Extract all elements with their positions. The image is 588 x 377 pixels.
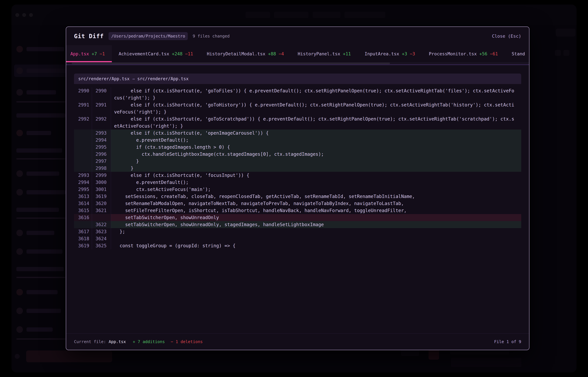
tab-deletions-count: −1 xyxy=(100,51,105,56)
tab-additions-count: +248 xyxy=(172,51,183,56)
line-number-new: 2995 xyxy=(92,144,111,151)
tab-App.tsx[interactable]: App.tsx+7−1 xyxy=(66,45,112,62)
line-number-old xyxy=(74,137,92,144)
repo-path-badge: /Users/pedram/Projects/Maestro xyxy=(109,32,188,40)
line-number-old xyxy=(74,158,92,165)
code-text: setTabSwitcherOpen, showUnreadOnly, stag… xyxy=(111,221,521,228)
code-text: setRenameTabModalOpen, navigateToNextTab… xyxy=(111,200,521,207)
line-number-old xyxy=(74,130,92,137)
diff-row: 29953001 ctx.setActiveFocus('main'); xyxy=(74,186,521,193)
line-number-new: 2996 xyxy=(92,151,111,158)
file-path-to: src/renderer/App.tsx xyxy=(137,76,189,81)
tab-file-name: App.tsx xyxy=(70,51,89,56)
code-text: e.preventDefault(); xyxy=(111,179,521,186)
code-text: if (ctx.stagedImages.length > 0) { xyxy=(111,144,521,151)
line-number-new: 3622 xyxy=(92,221,111,228)
tab-additions-count: +11 xyxy=(343,51,351,56)
code-text: else if (ctx.isShortcut(e, 'goToScratchp… xyxy=(111,116,521,130)
diff-row: 2993 else if (ctx.isShortcut(e, 'openIma… xyxy=(74,130,521,137)
modal-header: Git Diff /Users/pedram/Projects/Maestro … xyxy=(66,27,529,45)
diff-row: 36193625 const toggleGroup = (groupId: s… xyxy=(74,242,521,249)
tabs-scrollbar-track[interactable] xyxy=(66,62,529,65)
diff-content: src/renderer/App.tsx → src/renderer/App.… xyxy=(66,65,529,333)
tab-file-name: ProcessMonitor.tsx xyxy=(429,51,477,56)
tab-deletions-count: −11 xyxy=(185,51,193,56)
line-number-new: 3621 xyxy=(92,207,111,214)
diff-row: 29922992 else if (ctx.isShortcut(e, 'goT… xyxy=(74,116,521,130)
tab-ProcessMonitor.tsx[interactable]: ProcessMonitor.tsx+56−61 xyxy=(422,45,505,62)
line-number-old: 2990 xyxy=(74,87,92,101)
file-tabs: App.tsx+7−1AchievementCard.tsx+248−11His… xyxy=(66,45,529,62)
line-number-new: 3001 xyxy=(92,186,111,193)
diff-row: 3622 setTabSwitcherOpen, showUnreadOnly,… xyxy=(74,221,521,228)
tab-file-name: HistoryDetailModal.tsx xyxy=(207,51,265,56)
line-number-old xyxy=(74,221,92,228)
modal-title: Git Diff xyxy=(74,33,104,39)
footer-deletions: − 1 deletions xyxy=(171,339,203,344)
file-path-header: src/renderer/App.tsx → src/renderer/App.… xyxy=(74,73,521,84)
diff-row: 2998 } xyxy=(74,165,521,172)
code-text: else if (ctx.isShortcut(e, 'goToFiles'))… xyxy=(111,87,521,101)
line-number-new: 3624 xyxy=(92,235,111,242)
tab-deletions-count: −61 xyxy=(490,51,498,56)
tab-additions-count: +88 xyxy=(268,51,276,56)
code-text: ctx.setActiveFocus('main'); xyxy=(111,186,521,193)
tab-Stand[interactable]: Stand xyxy=(505,45,529,62)
line-number-old: 3616 xyxy=(74,214,92,221)
line-number-new: 3625 xyxy=(92,242,111,249)
diff-row: 29902990 else if (ctx.isShortcut(e, 'goT… xyxy=(74,87,521,101)
git-diff-modal: Git Diff /Users/pedram/Projects/Maestro … xyxy=(66,26,530,350)
tab-additions-count: +3 xyxy=(402,51,407,56)
code-text: ctx.handleSetLightboxImage(ctx.stagedIma… xyxy=(111,151,521,158)
line-number-new: 3623 xyxy=(92,228,111,235)
diff-row: 29943000 e.preventDefault(); xyxy=(74,179,521,186)
footer-additions: + 7 additions xyxy=(133,339,165,344)
code-text: const toggleGroup = (groupId: string) =>… xyxy=(111,242,521,249)
file-path-from: src/renderer/App.tsx xyxy=(78,76,129,81)
code-text: } xyxy=(111,165,521,172)
line-number-new: 2993 xyxy=(92,130,111,137)
code-text: else if (ctx.isShortcut(e, 'goToHistory'… xyxy=(111,101,521,116)
diff-row: 36143620 setRenameTabModalOpen, navigate… xyxy=(74,200,521,207)
diff-row: 36183624 xyxy=(74,235,521,242)
tab-file-name: Stand xyxy=(512,51,525,56)
diff-row: 2997 } xyxy=(74,158,521,165)
files-changed-count: 9 files changed xyxy=(193,34,230,38)
code-text: setSessions, createTab, closeTab, reopen… xyxy=(111,193,521,200)
diff-row: 2996 ctx.handleSetLightboxImage(ctx.stag… xyxy=(74,151,521,158)
diff-row: 29932999 else if (ctx.isShortcut(e, 'foc… xyxy=(74,172,521,179)
line-number-old: 3613 xyxy=(74,193,92,200)
modal-footer: Current file: App.tsx + 7 additions − 1 … xyxy=(66,333,529,350)
line-number-new: 2992 xyxy=(92,116,111,130)
line-number-old: 3619 xyxy=(74,242,92,249)
tab-HistoryPanel.tsx[interactable]: HistoryPanel.tsx+11 xyxy=(291,45,358,62)
diff-row: 2995 if (ctx.stagedImages.length > 0) { xyxy=(74,144,521,151)
line-number-old: 3618 xyxy=(74,235,92,242)
diff-row: 36173623 }; xyxy=(74,228,521,235)
code-text xyxy=(111,235,521,242)
tab-deletions-count: −3 xyxy=(410,51,415,56)
tab-InputArea.tsx[interactable]: InputArea.tsx+3−3 xyxy=(358,45,422,62)
diff-table: 29902990 else if (ctx.isShortcut(e, 'goT… xyxy=(74,87,521,249)
line-number-new: 2998 xyxy=(92,165,111,172)
line-number-new: 2991 xyxy=(92,101,111,116)
line-number-new: 2999 xyxy=(92,172,111,179)
code-text: setFileTreeFilterOpen, isShortcut, isTab… xyxy=(111,207,521,214)
tab-deletions-count: −4 xyxy=(279,51,284,56)
line-number-new: 2990 xyxy=(92,87,111,101)
line-number-old: 2991 xyxy=(74,101,92,116)
desktop-background: Git Diff /Users/pedram/Projects/Maestro … xyxy=(0,0,588,377)
footer-file-position: File 1 of 9 xyxy=(494,339,521,344)
tab-file-name: AchievementCard.tsx xyxy=(119,51,169,56)
tab-additions-count: +7 xyxy=(92,51,97,56)
line-number-new: 3000 xyxy=(92,179,111,186)
tab-additions-count: +56 xyxy=(479,51,487,56)
line-number-old: 3615 xyxy=(74,207,92,214)
tab-HistoryDetailModal.tsx[interactable]: HistoryDetailModal.tsx+88−4 xyxy=(200,45,291,62)
code-text: e.preventDefault(); xyxy=(111,137,521,144)
tabs-scrollbar-thumb[interactable] xyxy=(72,63,390,64)
line-number-new: 3619 xyxy=(92,193,111,200)
tab-AchievementCard.tsx[interactable]: AchievementCard.tsx+248−11 xyxy=(112,45,200,62)
close-button[interactable]: Close (Esc) xyxy=(492,32,521,40)
line-number-new: 3620 xyxy=(92,200,111,207)
